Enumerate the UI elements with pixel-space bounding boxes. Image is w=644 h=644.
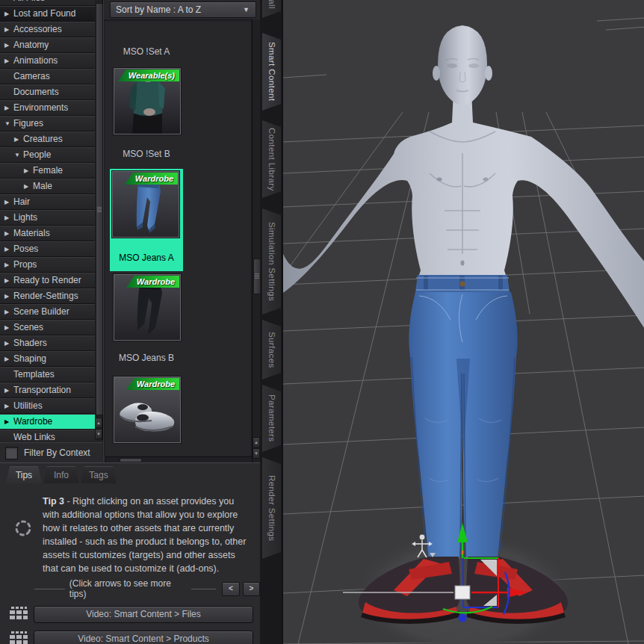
tips-tab-info[interactable]: Info <box>43 466 79 483</box>
tree-item-animations[interactable]: ▶Animations <box>0 53 95 69</box>
tree-item-male[interactable]: ▶Male <box>0 179 95 194</box>
collapsed-arrow-icon[interactable]: ▶ <box>4 383 13 397</box>
gizmo-z-axis-handle[interactable] <box>458 613 466 622</box>
tree-item-label: Male <box>33 179 52 193</box>
video-smart-content-products-button[interactable]: Video: Smart Content > Products <box>34 631 253 644</box>
video-smart-content-files-button[interactable]: Video: Smart Content > Files <box>34 606 253 623</box>
tree-item-web-links[interactable]: Web Links <box>0 430 95 441</box>
tree-item-figures[interactable]: ▼Figures <box>0 116 95 131</box>
tree-scroll-down-button[interactable]: ▼ <box>95 429 102 439</box>
tree-item-label: Shaping <box>13 352 46 366</box>
tree-item-creatures[interactable]: ▶Creatures <box>0 131 95 147</box>
asset-label-jeans-b[interactable]: MSO Jeans B <box>109 353 184 363</box>
tree-item-lights[interactable]: ▶Lights <box>0 210 95 226</box>
collapsed-arrow-icon[interactable]: ▶ <box>4 101 13 115</box>
filter-by-context-checkbox[interactable] <box>5 447 18 459</box>
pane-tab-surfaces[interactable]: Surfaces <box>262 320 281 380</box>
tree-item-label: Transportation <box>13 383 71 397</box>
collapsed-arrow-icon[interactable]: ▶ <box>4 273 13 288</box>
tree-item-label: Female <box>33 164 63 178</box>
tree-item-ready-to-render[interactable]: ▶Ready to Render <box>0 273 95 288</box>
tree-scroll-up-button[interactable]: ▲ <box>95 418 102 428</box>
tips-tab-label: Info <box>54 470 69 480</box>
tree-item-props[interactable]: ▶Props <box>0 257 95 273</box>
tree-item-environments[interactable]: ▶Environments <box>0 100 95 116</box>
asset-thumbnail-jeans-b[interactable]: Wardrobe <box>114 274 181 341</box>
tree-item-shaders[interactable]: ▶Shaders <box>0 335 95 351</box>
asset-thumbnail-set-b[interactable]: Wearable(s) <box>114 68 181 134</box>
tree-item-label: All Files <box>13 0 45 5</box>
jeans-button <box>460 282 465 287</box>
pane-tab-simulation-settings[interactable]: Simulation Settings <box>262 208 281 315</box>
gizmo-center-handle[interactable] <box>455 586 470 599</box>
pager-hint: (Click arrows to see more tips) <box>69 578 187 599</box>
collapsed-arrow-icon[interactable]: ▶ <box>4 258 13 272</box>
pager-rule-right <box>191 589 216 589</box>
previous-tip-button[interactable]: < <box>222 582 239 596</box>
asset-label-set-a[interactable]: MSO !Set A <box>109 46 184 57</box>
tree-item-materials[interactable]: ▶Materials <box>0 226 95 241</box>
collapsed-arrow-icon[interactable]: ▶ <box>4 22 13 37</box>
tree-item-utilities[interactable]: ▶Utilities <box>0 398 95 414</box>
tree-item-all-files[interactable]: All Files <box>0 0 95 6</box>
collapsed-arrow-icon[interactable]: ▶ <box>4 195 13 209</box>
tree-item-label: Materials <box>13 226 50 241</box>
tips-tab-tips[interactable]: Tips <box>6 466 42 483</box>
pane-tab-smart-content[interactable]: Smart Content <box>262 33 281 111</box>
tree-item-label: Lost and Found <box>13 7 75 21</box>
asset-thumbnail-jeans-a[interactable]: Wardrobe <box>112 171 179 238</box>
tree-scrollbar-thumb[interactable] <box>96 3 103 415</box>
collapsed-arrow-icon[interactable]: ▶ <box>4 289 13 303</box>
collapsed-arrow-icon[interactable]: ▶ <box>4 352 13 366</box>
content-scroll-up-button[interactable]: ▲ <box>253 437 260 448</box>
figure-detail <box>437 178 442 182</box>
collapsed-arrow-icon[interactable]: ▶ <box>24 179 33 193</box>
tree-item-lost-and-found[interactable]: ▶Lost and Found <box>0 6 95 22</box>
pane-tab-parameters[interactable]: Parameters <box>262 385 281 452</box>
collapsed-arrow-icon[interactable]: ▶ <box>4 211 13 225</box>
asset-label-set-b[interactable]: MSO !Set B <box>109 149 184 159</box>
viewport-3d[interactable] <box>282 0 644 644</box>
expanded-arrow-icon[interactable]: ▼ <box>14 148 23 162</box>
asset-thumbnail-loafers[interactable]: Wardrobe <box>114 377 181 443</box>
tree-item-label: Wardrobe <box>13 415 52 429</box>
tree-item-shaping[interactable]: ▶Shaping <box>0 351 95 367</box>
tree-item-scene-builder[interactable]: ▶Scene Builder <box>0 304 95 320</box>
pane-tab-install[interactable]: Install <box>262 0 281 18</box>
tree-item-people[interactable]: ▼People <box>0 147 95 163</box>
collapsed-arrow-icon[interactable]: ▶ <box>14 132 23 146</box>
expanded-arrow-icon[interactable]: ▼ <box>4 117 13 131</box>
pane-tab-content-library[interactable]: Content Library <box>262 120 281 198</box>
selected-asset-jeans-a[interactable]: Wardrobe MSO Jeans A <box>110 169 183 271</box>
tree-item-transportation[interactable]: ▶Transportation <box>0 383 95 398</box>
tree-item-anatomy[interactable]: ▶Anatomy <box>0 37 95 53</box>
tree-item-render-settings[interactable]: ▶Render-Settings <box>0 288 95 304</box>
tree-item-cameras[interactable]: Cameras <box>0 69 95 84</box>
tree-item-templates[interactable]: Templates <box>0 367 95 383</box>
collapsed-arrow-icon[interactable]: ▶ <box>4 305 13 319</box>
tree-item-accessories[interactable]: ▶Accessories <box>0 22 95 37</box>
collapsed-arrow-icon[interactable]: ▶ <box>4 399 13 413</box>
asset-label-jeans-a[interactable]: MSO Jeans A <box>109 253 184 263</box>
tree-item-poses[interactable]: ▶Poses <box>0 241 95 257</box>
tree-item-scenes[interactable]: ▶Scenes <box>0 320 95 335</box>
tree-item-wardrobe[interactable]: ▶Wardrobe <box>0 414 95 430</box>
collapsed-arrow-icon[interactable]: ▶ <box>4 415 13 429</box>
collapsed-arrow-icon[interactable]: ▶ <box>4 7 13 21</box>
collapsed-arrow-icon[interactable]: ▶ <box>4 242 13 256</box>
collapsed-arrow-icon[interactable]: ▶ <box>4 321 13 335</box>
collapsed-arrow-icon[interactable]: ▶ <box>4 226 13 241</box>
content-scroll-down-button[interactable]: ▼ <box>253 448 260 459</box>
collapsed-arrow-icon[interactable]: ▶ <box>4 336 13 350</box>
tips-tab-tags[interactable]: Tags <box>81 466 117 483</box>
tree-scrollbar[interactable]: ▲ ▼ <box>95 0 103 441</box>
sort-dropdown[interactable]: Sort by Name : A to Z ▼ <box>110 1 256 18</box>
tree-item-female[interactable]: ▶Female <box>0 163 95 179</box>
pane-tab-render-settings[interactable]: Render Settings <box>262 457 281 559</box>
tree-item-hair[interactable]: ▶Hair <box>0 194 95 210</box>
collapsed-arrow-icon[interactable]: ▶ <box>4 38 13 52</box>
collapsed-arrow-icon[interactable]: ▶ <box>24 164 33 178</box>
tree-item-documents[interactable]: Documents <box>0 84 95 100</box>
next-tip-button[interactable]: > <box>243 582 260 596</box>
collapsed-arrow-icon[interactable]: ▶ <box>4 54 13 68</box>
